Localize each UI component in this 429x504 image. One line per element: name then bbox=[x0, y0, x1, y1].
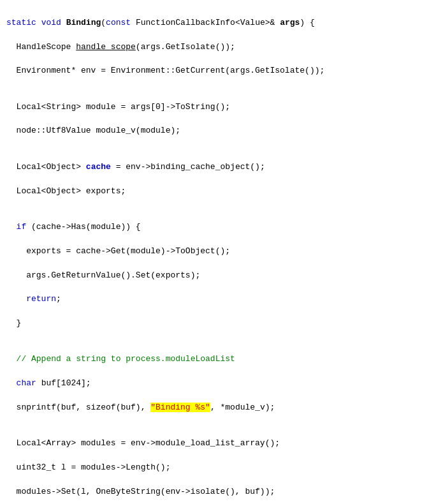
code-display: static void Binding(const FunctionCallba… bbox=[6, 5, 423, 504]
code-line-22: uint32_t l = modules->Length(); bbox=[6, 462, 423, 474]
code-line-6: node::Utf8Value module_v(module); bbox=[6, 125, 423, 137]
code-line-15: } bbox=[6, 318, 423, 330]
code-line-11: if (cache->Has(module)) { bbox=[6, 221, 423, 233]
code-line-3: Environment* env = Environment::GetCurre… bbox=[6, 65, 423, 77]
code-line-12: exports = cache->Get(module)->ToObject()… bbox=[6, 246, 423, 258]
code-line-19: snprintf(buf, sizeof(buf), "Binding %s",… bbox=[6, 402, 423, 414]
code-line-13: args.GetReturnValue().Set(exports); bbox=[6, 270, 423, 282]
code-line-5: Local<String> module = args[0]->ToString… bbox=[6, 101, 423, 114]
code-line-18: char buf[1024]; bbox=[6, 378, 423, 390]
code-line-14: return; bbox=[6, 293, 423, 306]
code-line-17: // Append a string to process.moduleLoad… bbox=[6, 353, 423, 366]
code-line-21: Local<Array> modules = env->module_load_… bbox=[6, 438, 423, 450]
code-line-2: HandleScope handle_scope(args.GetIsolate… bbox=[6, 41, 423, 54]
code-line-9: Local<Object> exports; bbox=[6, 186, 423, 198]
code-line-8: Local<Object> cache = env->binding_cache… bbox=[6, 161, 423, 174]
code-line-1: static void Binding(const FunctionCallba… bbox=[6, 17, 423, 29]
code-line-23: modules->Set(l, OneByteString(env->isola… bbox=[6, 486, 423, 498]
